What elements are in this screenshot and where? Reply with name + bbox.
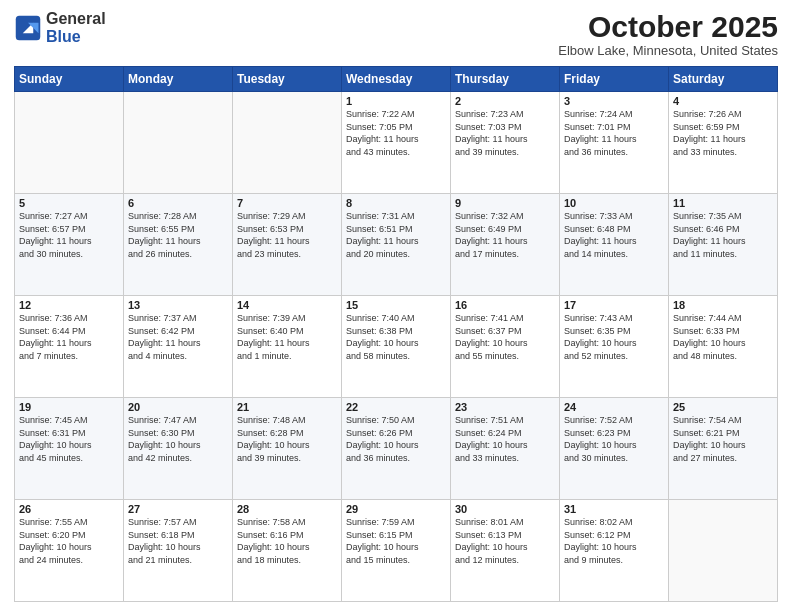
day-info: Sunrise: 7:43 AM Sunset: 6:35 PM Dayligh… — [564, 312, 664, 362]
day-info: Sunrise: 7:39 AM Sunset: 6:40 PM Dayligh… — [237, 312, 337, 362]
calendar-week-2: 5Sunrise: 7:27 AM Sunset: 6:57 PM Daylig… — [15, 194, 778, 296]
calendar-cell: 30Sunrise: 8:01 AM Sunset: 6:13 PM Dayli… — [451, 500, 560, 602]
logo-blue: Blue — [46, 28, 81, 45]
calendar-cell: 13Sunrise: 7:37 AM Sunset: 6:42 PM Dayli… — [124, 296, 233, 398]
day-info: Sunrise: 7:36 AM Sunset: 6:44 PM Dayligh… — [19, 312, 119, 362]
calendar-cell — [124, 92, 233, 194]
logo-general: General — [46, 10, 106, 27]
day-info: Sunrise: 7:48 AM Sunset: 6:28 PM Dayligh… — [237, 414, 337, 464]
calendar-cell: 29Sunrise: 7:59 AM Sunset: 6:15 PM Dayli… — [342, 500, 451, 602]
calendar-cell: 8Sunrise: 7:31 AM Sunset: 6:51 PM Daylig… — [342, 194, 451, 296]
calendar-cell: 14Sunrise: 7:39 AM Sunset: 6:40 PM Dayli… — [233, 296, 342, 398]
day-number: 23 — [455, 401, 555, 413]
calendar-cell: 7Sunrise: 7:29 AM Sunset: 6:53 PM Daylig… — [233, 194, 342, 296]
calendar-week-4: 19Sunrise: 7:45 AM Sunset: 6:31 PM Dayli… — [15, 398, 778, 500]
day-info: Sunrise: 7:23 AM Sunset: 7:03 PM Dayligh… — [455, 108, 555, 158]
day-info: Sunrise: 7:55 AM Sunset: 6:20 PM Dayligh… — [19, 516, 119, 566]
calendar-cell: 16Sunrise: 7:41 AM Sunset: 6:37 PM Dayli… — [451, 296, 560, 398]
calendar-cell: 15Sunrise: 7:40 AM Sunset: 6:38 PM Dayli… — [342, 296, 451, 398]
calendar-cell: 12Sunrise: 7:36 AM Sunset: 6:44 PM Dayli… — [15, 296, 124, 398]
logo-text: General Blue — [46, 10, 106, 45]
day-number: 9 — [455, 197, 555, 209]
calendar-cell: 26Sunrise: 7:55 AM Sunset: 6:20 PM Dayli… — [15, 500, 124, 602]
logo: General Blue — [14, 10, 106, 45]
day-info: Sunrise: 7:33 AM Sunset: 6:48 PM Dayligh… — [564, 210, 664, 260]
day-number: 5 — [19, 197, 119, 209]
calendar-cell: 21Sunrise: 7:48 AM Sunset: 6:28 PM Dayli… — [233, 398, 342, 500]
calendar-cell: 3Sunrise: 7:24 AM Sunset: 7:01 PM Daylig… — [560, 92, 669, 194]
day-info: Sunrise: 7:57 AM Sunset: 6:18 PM Dayligh… — [128, 516, 228, 566]
day-number: 31 — [564, 503, 664, 515]
day-number: 16 — [455, 299, 555, 311]
calendar-cell: 9Sunrise: 7:32 AM Sunset: 6:49 PM Daylig… — [451, 194, 560, 296]
calendar-cell: 2Sunrise: 7:23 AM Sunset: 7:03 PM Daylig… — [451, 92, 560, 194]
day-info: Sunrise: 7:47 AM Sunset: 6:30 PM Dayligh… — [128, 414, 228, 464]
day-info: Sunrise: 7:31 AM Sunset: 6:51 PM Dayligh… — [346, 210, 446, 260]
day-number: 29 — [346, 503, 446, 515]
header-day-monday: Monday — [124, 67, 233, 92]
calendar-cell: 11Sunrise: 7:35 AM Sunset: 6:46 PM Dayli… — [669, 194, 778, 296]
day-number: 2 — [455, 95, 555, 107]
day-number: 3 — [564, 95, 664, 107]
day-number: 12 — [19, 299, 119, 311]
day-number: 6 — [128, 197, 228, 209]
calendar-cell: 10Sunrise: 7:33 AM Sunset: 6:48 PM Dayli… — [560, 194, 669, 296]
day-info: Sunrise: 7:50 AM Sunset: 6:26 PM Dayligh… — [346, 414, 446, 464]
day-info: Sunrise: 8:01 AM Sunset: 6:13 PM Dayligh… — [455, 516, 555, 566]
day-info: Sunrise: 7:51 AM Sunset: 6:24 PM Dayligh… — [455, 414, 555, 464]
calendar-cell: 27Sunrise: 7:57 AM Sunset: 6:18 PM Dayli… — [124, 500, 233, 602]
calendar-cell: 28Sunrise: 7:58 AM Sunset: 6:16 PM Dayli… — [233, 500, 342, 602]
header-day-sunday: Sunday — [15, 67, 124, 92]
calendar-cell: 1Sunrise: 7:22 AM Sunset: 7:05 PM Daylig… — [342, 92, 451, 194]
day-number: 27 — [128, 503, 228, 515]
calendar-cell: 17Sunrise: 7:43 AM Sunset: 6:35 PM Dayli… — [560, 296, 669, 398]
day-number: 26 — [19, 503, 119, 515]
day-number: 13 — [128, 299, 228, 311]
day-info: Sunrise: 7:29 AM Sunset: 6:53 PM Dayligh… — [237, 210, 337, 260]
header-day-tuesday: Tuesday — [233, 67, 342, 92]
calendar-cell — [669, 500, 778, 602]
calendar-cell — [15, 92, 124, 194]
day-number: 1 — [346, 95, 446, 107]
calendar-page: General Blue October 2025 Elbow Lake, Mi… — [0, 0, 792, 612]
day-number: 28 — [237, 503, 337, 515]
day-info: Sunrise: 7:54 AM Sunset: 6:21 PM Dayligh… — [673, 414, 773, 464]
day-number: 22 — [346, 401, 446, 413]
day-number: 17 — [564, 299, 664, 311]
calendar-cell: 18Sunrise: 7:44 AM Sunset: 6:33 PM Dayli… — [669, 296, 778, 398]
day-number: 14 — [237, 299, 337, 311]
calendar-cell: 25Sunrise: 7:54 AM Sunset: 6:21 PM Dayli… — [669, 398, 778, 500]
logo-icon — [14, 14, 42, 42]
day-number: 8 — [346, 197, 446, 209]
day-number: 7 — [237, 197, 337, 209]
day-info: Sunrise: 7:22 AM Sunset: 7:05 PM Dayligh… — [346, 108, 446, 158]
day-info: Sunrise: 7:26 AM Sunset: 6:59 PM Dayligh… — [673, 108, 773, 158]
day-number: 20 — [128, 401, 228, 413]
day-number: 30 — [455, 503, 555, 515]
day-number: 19 — [19, 401, 119, 413]
calendar-header-row: SundayMondayTuesdayWednesdayThursdayFrid… — [15, 67, 778, 92]
day-info: Sunrise: 7:45 AM Sunset: 6:31 PM Dayligh… — [19, 414, 119, 464]
header-day-friday: Friday — [560, 67, 669, 92]
day-info: Sunrise: 8:02 AM Sunset: 6:12 PM Dayligh… — [564, 516, 664, 566]
day-info: Sunrise: 7:32 AM Sunset: 6:49 PM Dayligh… — [455, 210, 555, 260]
header-day-wednesday: Wednesday — [342, 67, 451, 92]
day-number: 11 — [673, 197, 773, 209]
month-title: October 2025 — [558, 10, 778, 43]
calendar-cell — [233, 92, 342, 194]
calendar-cell: 31Sunrise: 8:02 AM Sunset: 6:12 PM Dayli… — [560, 500, 669, 602]
day-number: 15 — [346, 299, 446, 311]
title-block: October 2025 Elbow Lake, Minnesota, Unit… — [558, 10, 778, 58]
day-info: Sunrise: 7:27 AM Sunset: 6:57 PM Dayligh… — [19, 210, 119, 260]
day-info: Sunrise: 7:52 AM Sunset: 6:23 PM Dayligh… — [564, 414, 664, 464]
day-number: 18 — [673, 299, 773, 311]
day-info: Sunrise: 7:37 AM Sunset: 6:42 PM Dayligh… — [128, 312, 228, 362]
calendar-cell: 4Sunrise: 7:26 AM Sunset: 6:59 PM Daylig… — [669, 92, 778, 194]
day-info: Sunrise: 7:40 AM Sunset: 6:38 PM Dayligh… — [346, 312, 446, 362]
header: General Blue October 2025 Elbow Lake, Mi… — [14, 10, 778, 58]
calendar-cell: 20Sunrise: 7:47 AM Sunset: 6:30 PM Dayli… — [124, 398, 233, 500]
calendar-week-5: 26Sunrise: 7:55 AM Sunset: 6:20 PM Dayli… — [15, 500, 778, 602]
calendar-cell: 23Sunrise: 7:51 AM Sunset: 6:24 PM Dayli… — [451, 398, 560, 500]
header-day-saturday: Saturday — [669, 67, 778, 92]
day-number: 10 — [564, 197, 664, 209]
